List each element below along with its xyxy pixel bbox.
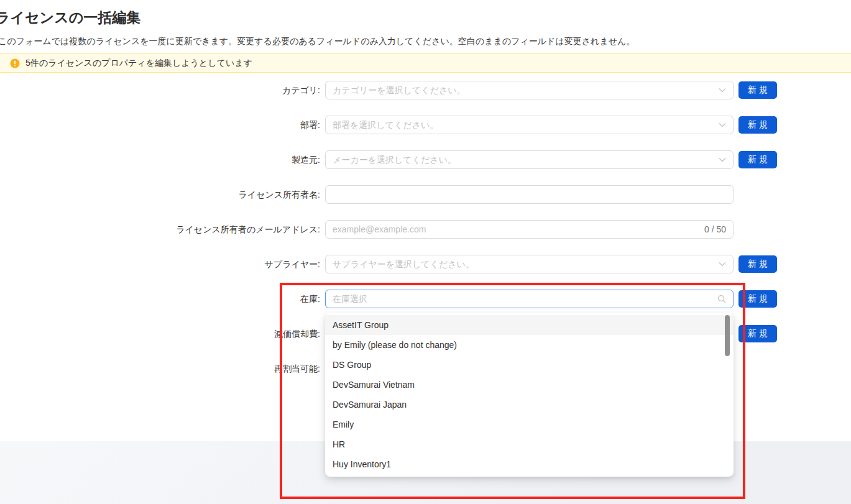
warning-alert: 5件のライセンスのプロパティを編集しようとしています [0, 53, 851, 73]
inventory-search-select[interactable] [325, 290, 734, 308]
owner-email-field[interactable]: 0 / 50 [325, 220, 734, 239]
inventory-dropdown: AssetIT Group by Emily (please do not ch… [325, 313, 734, 477]
supplier-select[interactable] [325, 255, 734, 273]
chevron-down-icon [719, 157, 726, 162]
new-depreciation-button[interactable]: 新 規 [738, 325, 777, 342]
chevron-down-icon [719, 122, 726, 127]
warning-icon [10, 58, 20, 68]
owner-email-input[interactable] [326, 224, 733, 234]
new-supplier-button[interactable]: 新 規 [738, 255, 777, 273]
new-department-button[interactable]: 新 規 [738, 116, 777, 134]
owner-name-label: ライセンス所有者名: [0, 185, 320, 204]
supplier-label: サプライヤー: [0, 255, 320, 273]
category-label: カテゴリ: [0, 81, 320, 99]
department-select-input[interactable] [326, 120, 733, 130]
field-row-supplier: サプライヤー: 新 規 [0, 255, 802, 273]
category-select-input[interactable] [326, 85, 733, 95]
page-description: このフォームでは複数のライセンスを一度に更新できます。変更する必要のあるフィール… [0, 36, 635, 47]
category-select[interactable] [325, 81, 734, 99]
inventory-search-input[interactable] [326, 294, 733, 304]
bulk-edit-license-page: ライセンスの一括編集 このフォームでは複数のライセンスを一度に更新できます。変更… [0, 0, 851, 504]
depreciation-label: 減価償却費: [0, 324, 320, 343]
owner-name-input[interactable] [326, 190, 733, 199]
department-label: 部署: [0, 116, 320, 134]
reassignable-label: 再割当可能: [0, 359, 320, 378]
dropdown-option[interactable]: DS Group [325, 355, 734, 375]
owner-name-field[interactable] [325, 185, 734, 204]
new-inventory-button[interactable]: 新 規 [738, 290, 777, 308]
dropdown-option[interactable]: AssetIT Group [325, 315, 734, 335]
page-title: ライセンスの一括編集 [0, 8, 140, 27]
dropdown-scrollbar-thumb[interactable] [725, 315, 730, 356]
new-manufacturer-button[interactable]: 新 規 [738, 151, 777, 168]
chevron-down-icon [719, 262, 726, 267]
field-row-category: カテゴリ: 新 規 [0, 81, 802, 99]
supplier-select-input[interactable] [326, 259, 733, 269]
dropdown-option[interactable]: DevSamurai Vietnam [325, 375, 734, 395]
field-row-owner-email: ライセンス所有者のメールアドレス: 0 / 50 [0, 220, 802, 239]
manufacturer-select[interactable] [325, 150, 734, 169]
dropdown-option[interactable]: DevSamurai Japan [325, 395, 734, 415]
search-icon [717, 295, 726, 303]
dropdown-option[interactable]: Huy Inventory1 [325, 454, 734, 474]
department-select[interactable] [325, 116, 734, 134]
owner-email-label: ライセンス所有者のメールアドレス: [0, 220, 320, 239]
manufacturer-label: 製造元: [0, 150, 320, 169]
new-category-button[interactable]: 新 規 [738, 81, 777, 99]
manufacturer-select-input[interactable] [326, 155, 733, 165]
char-counter: 0 / 50 [704, 224, 726, 234]
inventory-label: 在庫: [0, 290, 320, 308]
dropdown-option[interactable]: Emily [325, 415, 734, 434]
field-row-owner-name: ライセンス所有者名: [0, 185, 802, 204]
field-row-department: 部署: 新 規 [0, 116, 802, 134]
dropdown-option[interactable]: by Emily (please do not change) [325, 335, 734, 355]
field-row-inventory: 在庫: 新 規 [0, 290, 802, 308]
field-row-manufacturer: 製造元: 新 規 [0, 150, 802, 169]
dropdown-option[interactable]: HR [325, 434, 734, 454]
alert-text: 5件のライセンスのプロパティを編集しようとしています [25, 58, 252, 69]
chevron-down-icon [719, 88, 726, 93]
